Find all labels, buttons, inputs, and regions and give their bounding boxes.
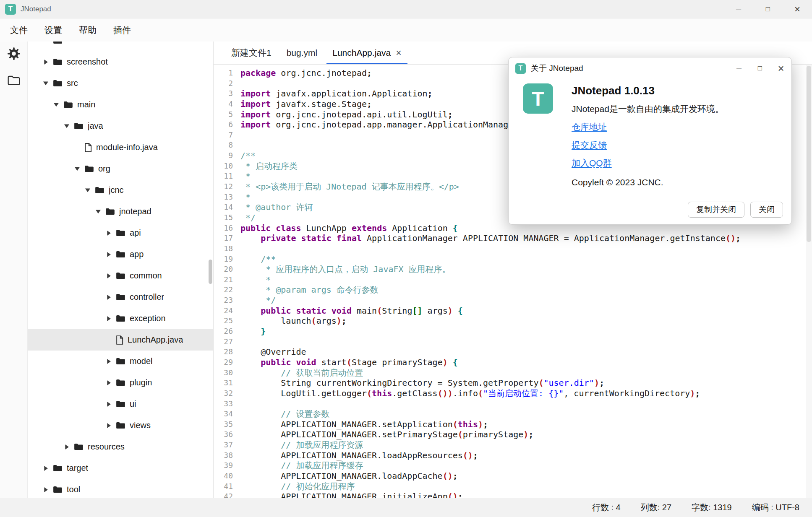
tree-scrollbar-thumb[interactable] (209, 260, 212, 284)
tree-item-app[interactable]: app (28, 244, 213, 265)
line-number: 26 (214, 326, 233, 337)
chevron-down-icon[interactable] (51, 102, 62, 107)
close-icon[interactable]: × (396, 48, 401, 58)
close-dialog-button[interactable]: 关闭 (750, 202, 783, 218)
line-number: 33 (214, 399, 233, 409)
chevron-down-icon[interactable] (82, 188, 93, 192)
tree-item-resources[interactable]: resources (28, 436, 213, 457)
chevron-down-icon[interactable] (61, 124, 72, 128)
tab-lunchapp-java[interactable]: LunchApp.java × (325, 42, 409, 64)
about-dialog: T 关于 JNotepad ─ □ × T JNotepad 1.0.13 JN… (508, 57, 792, 225)
tree-item-api[interactable]: api (28, 222, 213, 244)
line-number: 19 (214, 254, 233, 265)
editor-scrollbar-thumb[interactable] (807, 66, 811, 242)
code-text: // 初始化应用程序 (240, 481, 355, 492)
folder-icon (74, 122, 84, 130)
folder-icon (116, 250, 125, 258)
chevron-right-icon[interactable] (40, 487, 51, 493)
tree-item-exception[interactable]: exception (28, 308, 213, 329)
tree-item-src[interactable]: src (28, 73, 213, 94)
app-window: T JNotepad ─ □ × 文件 设置 帮助 插件 screenshots… (0, 0, 812, 517)
tree-item-target[interactable]: target (28, 457, 213, 479)
code-text: APPLICATION_MANAGER.initializeApp(); (240, 491, 463, 498)
code-text: * (240, 171, 251, 182)
chevron-right-icon[interactable] (103, 359, 114, 364)
copy-and-close-button[interactable]: 复制并关闭 (688, 202, 744, 218)
chevron-down-icon[interactable] (72, 166, 83, 171)
tree-item-ui[interactable]: ui (28, 393, 213, 415)
line-number: 34 (214, 409, 233, 419)
folder-icon (95, 186, 104, 194)
status-column-count: 列数: 27 (641, 502, 671, 513)
chevron-right-icon[interactable] (103, 294, 114, 300)
file-tree-panel: screenshotsrcmainjavamodule-info.javaorg… (28, 42, 214, 498)
tree-item-module-info-java[interactable]: module-info.java (28, 137, 213, 158)
menu-item-settings[interactable]: 设置 (36, 18, 70, 42)
line-number: 14 (214, 202, 233, 213)
chevron-right-icon[interactable] (103, 380, 114, 386)
feedback-link[interactable]: 提交反馈 (572, 139, 724, 151)
chevron-right-icon[interactable] (103, 252, 114, 257)
qq-group-link[interactable]: 加入QQ群 (572, 157, 724, 169)
line-number: 28 (214, 347, 233, 357)
tree-item-common[interactable]: common (28, 265, 213, 286)
repository-link[interactable]: 仓库地址 (572, 121, 724, 133)
minimize-button[interactable]: ─ (724, 0, 753, 18)
dialog-body: T JNotepad 1.0.13 JNotepad是一款自由的集成开发环境。 … (509, 79, 791, 187)
dialog-minimize-button[interactable]: ─ (728, 57, 749, 79)
tree-item-lunchapp-java[interactable]: LunchApp.java (28, 329, 213, 351)
tree-item-jnotepad[interactable]: jnotepad (28, 201, 213, 222)
line-number: 5 (214, 109, 233, 120)
tab-new-file-1[interactable]: 新建文件1 (224, 42, 279, 64)
code-line: 23 */ (214, 295, 812, 306)
chevron-right-icon[interactable] (40, 465, 51, 471)
tree-item-partial[interactable] (28, 42, 213, 51)
tree-item-java[interactable]: java (28, 115, 213, 137)
line-number: 31 (214, 378, 233, 388)
menu-item-help[interactable]: 帮助 (70, 18, 105, 42)
editor-scrollbar[interactable] (806, 65, 812, 498)
chevron-right-icon[interactable] (103, 230, 114, 236)
chevron-right-icon[interactable] (40, 59, 51, 65)
code-text: launch(args); (240, 316, 347, 326)
code-text: * (240, 275, 271, 285)
about-description: JNotepad是一款自由的集成开发环境。 (572, 103, 724, 115)
tree-item-label: screenshot (67, 57, 108, 67)
chevron-right-icon[interactable] (103, 401, 114, 407)
tree-item-main[interactable]: main (28, 94, 213, 115)
maximize-button[interactable]: □ (753, 0, 783, 18)
line-number: 41 (214, 481, 233, 492)
folder-outline-button[interactable] (5, 73, 23, 90)
chevron-right-icon[interactable] (103, 316, 114, 322)
tree-item-controller[interactable]: controller (28, 286, 213, 308)
tab-bug-yml[interactable]: bug.yml (279, 42, 325, 64)
close-button[interactable]: × (783, 0, 812, 18)
code-line: 17 private static final ApplicationManag… (214, 233, 812, 244)
tree-item-screenshot[interactable]: screenshot (28, 51, 213, 73)
code-line: 19 /** (214, 254, 812, 265)
tree-item-plugin[interactable]: plugin (28, 372, 213, 393)
menu-item-plugins[interactable]: 插件 (105, 18, 139, 42)
chevron-down-icon[interactable] (40, 81, 51, 86)
activity-bar (0, 42, 28, 498)
tree-item-views[interactable]: views (28, 415, 213, 436)
tree-item-org[interactable]: org (28, 158, 213, 179)
line-number: 11 (214, 171, 233, 182)
tree-item-model[interactable]: model (28, 351, 213, 372)
status-encoding: 编码 : UTF-8 (752, 502, 799, 513)
dialog-close-button[interactable]: × (770, 57, 791, 79)
code-text: private static final ApplicationManager … (240, 233, 741, 244)
gear-button[interactable] (5, 46, 23, 63)
chevron-right-icon[interactable] (103, 423, 114, 429)
dialog-maximize-button[interactable]: □ (749, 57, 770, 79)
menu-item-file[interactable]: 文件 (2, 18, 36, 42)
chevron-down-icon[interactable] (93, 209, 104, 214)
status-line-count: 行数 : 4 (592, 502, 621, 513)
about-version-heading: JNotepad 1.0.13 (572, 84, 724, 97)
tree-item-tool[interactable]: tool (28, 479, 213, 498)
chevron-right-icon[interactable] (61, 444, 72, 450)
chevron-right-icon[interactable] (103, 273, 114, 279)
tab-label: 新建文件1 (231, 47, 272, 59)
line-number: 18 (214, 244, 233, 254)
tree-item-jcnc[interactable]: jcnc (28, 179, 213, 201)
